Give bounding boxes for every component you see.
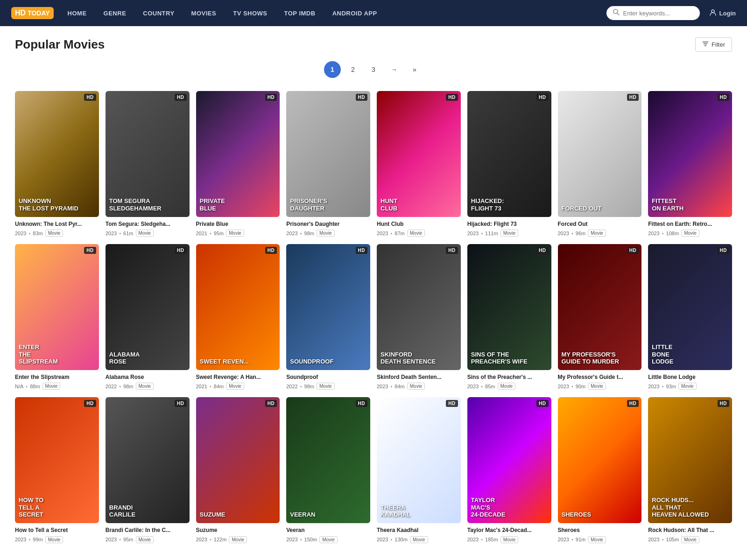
- movie-type-badge: Movie: [229, 536, 247, 543]
- nav-link-tv-shows[interactable]: TV SHOWS: [225, 0, 275, 26]
- separator-dot: •: [481, 537, 483, 542]
- movie-type-badge: Movie: [136, 383, 154, 390]
- movie-card[interactable]: SHEROESHDSheroes2023•91mMovie: [558, 397, 642, 543]
- movie-meta: 2022•98mMovie: [106, 383, 190, 390]
- movie-card[interactable]: SKINFORD DEATH SENTENCEHDSkinford Death …: [377, 244, 461, 390]
- movie-card[interactable]: UNKNOWN THE LOST PYRAMIDHDUnknown: The L…: [15, 91, 99, 237]
- nav-link-genre[interactable]: GENRE: [95, 0, 135, 26]
- page-btn-1[interactable]: 1: [324, 61, 341, 78]
- nav-link-home[interactable]: HOME: [59, 0, 95, 26]
- movie-card[interactable]: PRISONER'S DAUGHTERHDPrisoner's Daughter…: [286, 91, 370, 237]
- logo[interactable]: HD TODAY: [11, 7, 54, 19]
- movie-year: 2023: [467, 231, 479, 236]
- movie-duration: 84m: [214, 384, 224, 389]
- movie-year: 2023: [377, 537, 388, 542]
- poster-overlay-text: MY PROFESSOR'S GUIDE TO MURDER: [562, 351, 638, 365]
- movie-card[interactable]: LITTLE BONE LODGEHDLittle Bone Lodge2023…: [648, 244, 732, 390]
- movie-meta: 2023•108mMovie: [648, 230, 732, 237]
- movie-duration: 95m: [123, 537, 133, 542]
- separator-dot: •: [300, 537, 302, 542]
- nav-links: HOMEGENRECOUNTRYMOVIESTV SHOWSTOP IMDBAN…: [59, 0, 606, 26]
- movie-card[interactable]: ROCK HUDS... ALL THAT HEAVEN ALLOWEDHDRo…: [648, 397, 732, 543]
- search-input[interactable]: [623, 10, 693, 17]
- search-icon: [613, 9, 620, 17]
- nav-link-movies[interactable]: MOVIES: [183, 0, 225, 26]
- movie-title: Sins of the Preacher's ...: [467, 374, 551, 381]
- page-title: Popular Movies: [15, 37, 105, 52]
- movie-poster: HOW TO TELL A SECRETHD: [15, 397, 99, 523]
- movie-meta: 2023•98mMovie: [286, 230, 370, 237]
- filter-button[interactable]: Filter: [695, 37, 732, 52]
- movie-poster: SINS OF THE PREACHER'S WIFEHD: [467, 244, 551, 370]
- page-btn-2[interactable]: 2: [345, 61, 361, 78]
- movie-title: Skinford Death Senten...: [377, 374, 461, 381]
- nav-link-android-app[interactable]: ANDROID APP: [324, 0, 386, 26]
- movie-card[interactable]: HUNT CLUBHDHunt Club2023•87mMovie: [377, 91, 461, 237]
- page-btn-3[interactable]: 3: [365, 61, 382, 78]
- pagination: 123→»: [15, 61, 732, 78]
- movie-duration: 91m: [576, 537, 585, 542]
- movie-meta: 2022•98mMovie: [286, 383, 370, 390]
- movie-type-badge: Movie: [588, 230, 606, 237]
- movie-card[interactable]: SINS OF THE PREACHER'S WIFEHDSins of the…: [467, 244, 551, 390]
- movie-card[interactable]: ENTER THE SLIPSTREAMHDEnter the Slipstre…: [15, 244, 99, 390]
- movie-card[interactable]: FORCED OUTHDForced Out2023•96mMovie: [558, 91, 642, 237]
- movie-year: 2023: [648, 384, 659, 389]
- movie-meta: 2023•91mMovie: [558, 536, 642, 543]
- movie-card[interactable]: SUZUMEHDSuzume2023•122mMovie: [196, 397, 280, 543]
- hd-badge: HD: [718, 94, 729, 101]
- poster-overlay-text: HUNT CLUB: [381, 197, 457, 212]
- movie-duration: 105m: [666, 537, 679, 542]
- movie-card[interactable]: VEERANHDVeeran2023•150mMovie: [286, 397, 370, 543]
- search-box[interactable]: [606, 6, 700, 20]
- movie-poster: HIJACKED: FLIGHT 73HD: [467, 91, 551, 217]
- movie-card[interactable]: Theera KaadhalHDTheera Kaadhal2023•130mM…: [377, 397, 461, 543]
- movie-poster: SHEROESHD: [558, 397, 642, 523]
- movie-duration: 93m: [666, 384, 676, 389]
- movie-year: 2023: [196, 537, 207, 542]
- movie-type-badge: Movie: [588, 383, 606, 390]
- movie-card[interactable]: PRIVATE BLUEHDPrivate Blue2021•95mMovie: [196, 91, 280, 237]
- movie-poster: SOUNDPROOFHD: [286, 244, 370, 370]
- nav-link-top-imdb[interactable]: TOP IMDB: [276, 0, 324, 26]
- separator-dot: •: [119, 231, 121, 236]
- movie-card[interactable]: ALABAMA ROSEHDAlabama Rose2022•98mMovie: [106, 244, 190, 390]
- movie-duration: 122m: [214, 537, 227, 542]
- page-header: Popular Movies Filter: [15, 37, 732, 52]
- movie-poster: MY PROFESSOR'S GUIDE TO MURDERHD: [558, 244, 642, 370]
- movie-card[interactable]: HOW TO TELL A SECRETHDHow to Tell a Secr…: [15, 397, 99, 543]
- poster-overlay-text: SOUNDPROOF: [290, 358, 366, 365]
- movie-title: Brandi Carlile: In the C...: [106, 527, 190, 534]
- movie-duration: 98m: [304, 231, 314, 236]
- movie-title: How to Tell a Secret: [15, 527, 99, 534]
- hd-badge: HD: [175, 400, 186, 407]
- movie-card[interactable]: SWEET REVEN...HDSweet Revenge: A Han...2…: [196, 244, 280, 390]
- hd-badge: HD: [446, 247, 458, 254]
- movie-poster: UNKNOWN THE LOST PYRAMIDHD: [15, 91, 99, 217]
- poster-overlay-text: Theera Kaadhal: [381, 504, 457, 518]
- separator-dot: •: [662, 231, 664, 236]
- movie-title: Rock Hudson: All That ...: [648, 527, 732, 534]
- logo-today-text: TODAY: [28, 9, 49, 17]
- movie-card[interactable]: SOUNDPROOFHDSoundproof2022•98mMovie: [286, 244, 370, 390]
- movie-card[interactable]: BRANDI CARLILEHDBrandi Carlile: In the C…: [106, 397, 190, 543]
- nav-link-country[interactable]: COUNTRY: [134, 0, 183, 26]
- page-btn-→[interactable]: →: [386, 61, 402, 78]
- poster-overlay-text: PRISONER'S DAUGHTER: [290, 197, 366, 212]
- movie-card[interactable]: TAYLOR MAC'S 24-DECADEHDTaylor Mac's 24-…: [467, 397, 551, 543]
- hd-badge: HD: [175, 94, 186, 101]
- movie-year: 2021: [196, 384, 207, 389]
- page-btn-»[interactable]: »: [406, 61, 423, 78]
- movie-duration: 84m: [395, 384, 404, 389]
- movie-type-badge: Movie: [681, 230, 699, 237]
- movie-card[interactable]: HIJACKED: FLIGHT 73HDHijacked: Flight 73…: [467, 91, 551, 237]
- movie-type-badge: Movie: [136, 536, 154, 543]
- movie-card[interactable]: MY PROFESSOR'S GUIDE TO MURDERHDMy Profe…: [558, 244, 642, 390]
- movie-card[interactable]: FITTEST ON EARTHHDFittest on Earth: Retr…: [648, 91, 732, 237]
- login-button[interactable]: Login: [709, 9, 736, 18]
- movie-meta: 2023•95mMovie: [106, 536, 190, 543]
- movie-type-badge: Movie: [319, 536, 338, 543]
- poster-overlay-text: SHEROES: [562, 511, 638, 518]
- login-label: Login: [719, 10, 736, 17]
- movie-card[interactable]: TOM SEGURA SLEDGEHAMMERHDTom Segura: Sle…: [106, 91, 190, 237]
